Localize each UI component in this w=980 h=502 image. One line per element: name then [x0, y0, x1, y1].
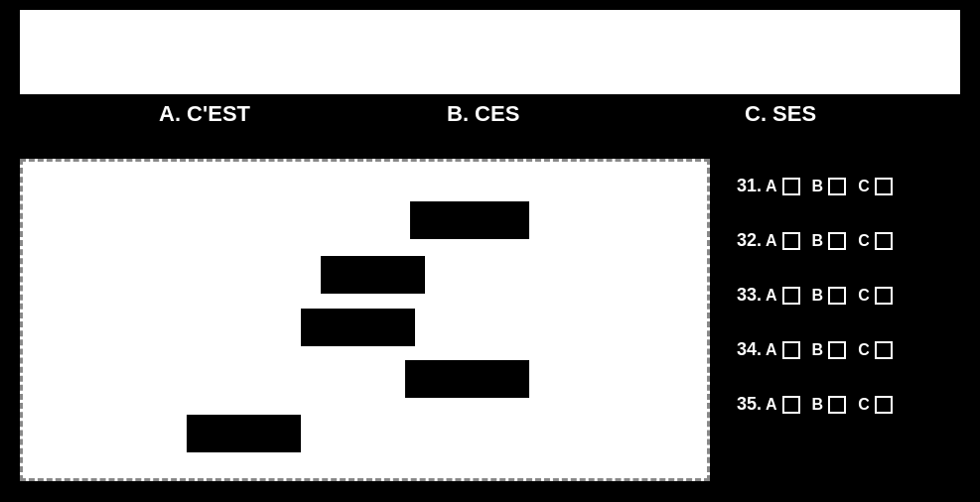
- option-b-box-32[interactable]: [828, 232, 846, 250]
- answers-panel: 31. A B C 32. A B C 33. A B C 34.: [730, 159, 968, 432]
- option-b-box-33[interactable]: [828, 287, 846, 305]
- option-a-box-34[interactable]: [782, 341, 800, 359]
- answer-num-34: 34.: [730, 339, 762, 360]
- option-c-label-33: C: [858, 287, 870, 305]
- option-a-label-35: A: [766, 396, 777, 414]
- option-a-label-31: A: [766, 178, 777, 195]
- option-a-label-34: A: [766, 341, 777, 359]
- answer-num-33: 33.: [730, 285, 762, 306]
- option-a-box-32[interactable]: [782, 232, 800, 250]
- option-b-label-31: B: [812, 178, 824, 195]
- header-b: B. CES: [447, 101, 519, 127]
- option-c-label-34: C: [858, 341, 870, 359]
- option-b-label-32: B: [812, 232, 824, 250]
- bar-4: [405, 360, 529, 398]
- option-b-box-35[interactable]: [828, 396, 846, 414]
- option-b-box-31[interactable]: [828, 178, 846, 195]
- main-content-box: [20, 159, 710, 481]
- option-a-box-33[interactable]: [782, 287, 800, 305]
- option-c-box-35[interactable]: [875, 396, 893, 414]
- bar-5: [187, 415, 301, 452]
- answer-num-35: 35.: [730, 394, 762, 415]
- answer-options-32: A B C: [766, 232, 901, 250]
- answer-row-33: 33. A B C: [730, 268, 968, 322]
- answer-row-35: 35. A B C: [730, 377, 968, 432]
- option-c-box-32[interactable]: [875, 232, 893, 250]
- top-box: [20, 10, 960, 94]
- option-b-box-34[interactable]: [828, 341, 846, 359]
- option-a-box-35[interactable]: [782, 396, 800, 414]
- answer-row-31: 31. A B C: [730, 159, 968, 213]
- option-c-box-31[interactable]: [875, 178, 893, 195]
- option-a-label-32: A: [766, 232, 777, 250]
- answer-options-34: A B C: [766, 341, 901, 359]
- answer-options-33: A B C: [766, 287, 901, 305]
- option-a-label-33: A: [766, 287, 777, 305]
- option-c-box-33[interactable]: [875, 287, 893, 305]
- header-a: A. C'EST: [159, 101, 250, 127]
- page: A. C'EST B. CES C. SES 31. A B C 32. A B…: [0, 0, 980, 502]
- answer-row-34: 34. A B C: [730, 322, 968, 377]
- header-c: C. SES: [745, 101, 816, 127]
- answer-row-32: 32. A B C: [730, 213, 968, 268]
- option-b-label-33: B: [812, 287, 824, 305]
- option-b-label-35: B: [812, 396, 824, 414]
- bar-2: [321, 256, 425, 294]
- answer-options-31: A B C: [766, 178, 901, 195]
- option-c-label-32: C: [858, 232, 870, 250]
- answer-options-35: A B C: [766, 396, 901, 414]
- option-c-label-35: C: [858, 396, 870, 414]
- option-b-label-34: B: [812, 341, 824, 359]
- bar-3: [301, 309, 415, 346]
- bar-1: [410, 201, 529, 239]
- option-c-label-31: C: [858, 178, 870, 195]
- answer-num-31: 31.: [730, 176, 762, 196]
- option-a-box-31[interactable]: [782, 178, 800, 195]
- option-c-box-34[interactable]: [875, 341, 893, 359]
- answer-num-32: 32.: [730, 230, 762, 251]
